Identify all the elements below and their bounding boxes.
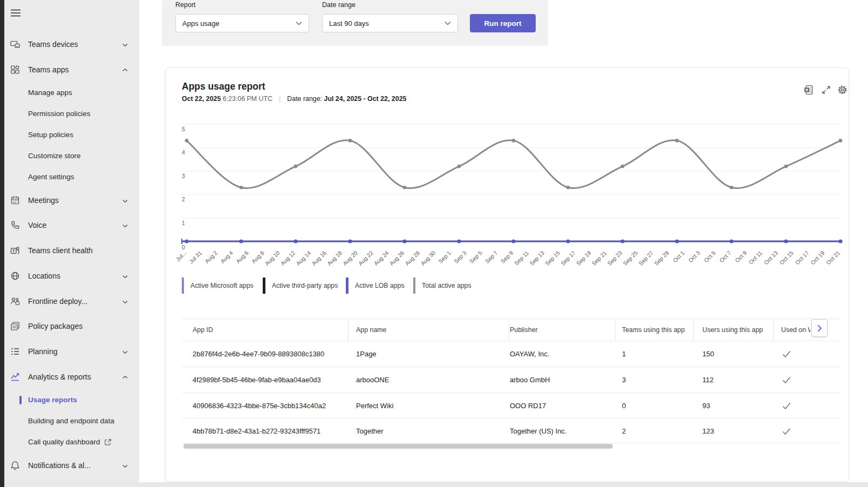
chevron-down-icon [445,21,451,25]
sidebar-item-planning[interactable]: Planning [4,341,139,362]
table-row[interactable]: 4f2989bf-5b45-46be-9fab-e9baa04ae0d3 arb… [182,367,842,393]
legend-item-active-third-party-apps[interactable]: Active third-party apps [263,278,338,294]
sidebar-item-locations[interactable]: Locations [4,265,139,287]
column-header-app-name[interactable]: App name [356,320,386,341]
gear-icon [837,85,848,95]
sidebar-item-building-endpoint-data[interactable]: Building and endpoint data [4,410,139,431]
sidebar-item-manage-apps[interactable]: Manage apps [4,82,139,103]
checkmark-icon [782,350,791,360]
scroll-columns-right-button[interactable] [811,319,828,337]
chevron-up-icon [122,66,128,73]
excel-export-button[interactable] [804,85,814,95]
sidebar-item-customize-store[interactable]: Customize store [4,145,139,166]
chevron-down-icon [296,21,302,25]
date-range-label: Date range: [287,95,324,103]
calendar-icon [10,195,20,205]
sidebar-item-usage-reports[interactable]: Usage reports [4,389,139,410]
svg-text:Sep 1: Sep 1 [437,249,452,265]
svg-text:Aug 24: Aug 24 [373,249,390,267]
svg-text:Sep 13: Sep 13 [528,249,545,267]
legend-marker [346,278,348,294]
sidebar-item-label: Teams apps [28,65,69,74]
table-row[interactable]: 4bb78b71-d8e2-43a1-b272-93243fff9571 Tog… [182,418,842,444]
expand-button[interactable] [821,85,831,95]
checkmark-icon [782,402,791,412]
sidebar-item-call-quality-dashboard[interactable]: Call quality dashboard [4,431,139,452]
bell-icon [10,461,20,470]
date-range-value: Jul 24, 2025 - Oct 22, 2025 [324,95,407,103]
chevron-down-icon [122,41,128,48]
svg-text:Sep 7: Sep 7 [484,249,499,265]
sidebar-item-teams-apps[interactable]: Teams apps [4,59,139,80]
sidebar-item-frontline-deployment[interactable]: Frontline deploy... [4,290,139,312]
svg-text:2: 2 [182,196,185,202]
column-divider [509,320,509,341]
svg-text:5: 5 [182,126,185,132]
sidebar-item-analytics-reports[interactable]: Analytics & reports [4,366,139,388]
chevron-up-icon [122,374,128,380]
generated-time: 6:23:06 PM UTC [221,95,272,103]
svg-text:Sep 3: Sep 3 [453,249,468,265]
chevron-down-icon [122,273,128,279]
svg-text:Oct 13: Oct 13 [763,249,779,266]
svg-text:Sep 25: Sep 25 [621,249,639,267]
horizontal-scrollbar[interactable] [183,444,613,449]
svg-text:Aug 22: Aug 22 [357,249,374,267]
sidebar-item-permission-policies[interactable]: Permission policies [4,103,139,124]
legend-item-total-active-apps[interactable]: Total active apps [413,278,471,294]
report-select[interactable]: Apps usage [175,14,309,32]
globe-icon [10,271,20,281]
date-range-select[interactable]: Last 90 days [322,14,458,32]
column-header-app-id[interactable]: App ID [193,320,213,341]
svg-text:Aug 30: Aug 30 [419,249,436,267]
table-row[interactable]: 40906836-4323-4bbe-875e-3cbb134c40a2 Per… [182,393,842,418]
sidebar-item-meetings[interactable]: Meetings [4,190,139,211]
column-header-publisher[interactable]: Publisher [510,320,538,341]
sidebar-item-voice[interactable]: Voice [4,214,139,236]
svg-text:Oct 17: Oct 17 [794,249,810,266]
run-report-button[interactable]: Run report [470,14,536,32]
svg-text:Aug 6: Aug 6 [235,249,250,265]
svg-text:Aug 4: Aug 4 [219,249,234,265]
hamburger-menu-button[interactable] [10,8,21,18]
sidebar-item-agent-settings[interactable]: Agent settings [4,166,139,187]
devices-icon [10,39,20,49]
svg-text:Sep 23: Sep 23 [606,249,623,267]
svg-text:Aug 12: Aug 12 [279,249,296,267]
sidebar-item-setup-policies[interactable]: Setup policies [4,124,139,145]
table-row[interactable]: 2b876f4d-2e6b-4ee7-9b09-8893808c1380 1Pa… [182,341,842,367]
svg-text:Aug 18: Aug 18 [326,249,343,267]
sidebar-item-label: Teams devices [28,40,78,49]
svg-text:Sep 29: Sep 29 [653,249,670,267]
external-link-icon [104,438,112,446]
svg-text:4: 4 [182,149,185,155]
svg-text:Jul 31: Jul 31 [188,249,203,265]
legend-item-active-lob-apps[interactable]: Active LOB apps [346,278,405,294]
svg-text:Oct 3: Oct 3 [687,249,701,263]
sidebar-item-policy-packages[interactable]: Policy packages [4,315,139,337]
column-divider [615,320,616,341]
column-divider [693,320,694,341]
column-header-used-on[interactable]: Used on W [781,320,810,341]
svg-text:Oct 15: Oct 15 [778,249,794,266]
sidebar-item-teams-devices[interactable]: Teams devices [4,33,139,55]
column-header-teams-using[interactable]: Teams using this app [622,320,685,341]
layers-icon [10,321,20,331]
svg-text:Sep 15: Sep 15 [544,249,561,267]
svg-text:Sep 9: Sep 9 [500,249,515,265]
svg-text:Oct 19: Oct 19 [809,249,825,266]
people-icon [10,296,20,306]
sidebar-item-teams-client-health[interactable]: Teams client health [4,240,139,261]
column-header-users-using[interactable]: Users using this app [702,320,763,341]
bottom-band [4,482,868,487]
svg-text:Oct 11: Oct 11 [747,249,763,266]
chevron-down-icon [122,462,128,469]
legend-item-active-microsoft-apps[interactable]: Active Microsoft apps [182,278,254,294]
chevron-right-icon [817,324,822,332]
hamburger-icon [10,8,21,18]
svg-text:Oct 9: Oct 9 [734,249,748,263]
svg-text:Sep 11: Sep 11 [513,249,530,267]
settings-button[interactable] [837,85,848,95]
sidebar-item-notifications[interactable]: Notifications & al... [4,455,139,476]
svg-text:Sep 21: Sep 21 [591,249,608,267]
